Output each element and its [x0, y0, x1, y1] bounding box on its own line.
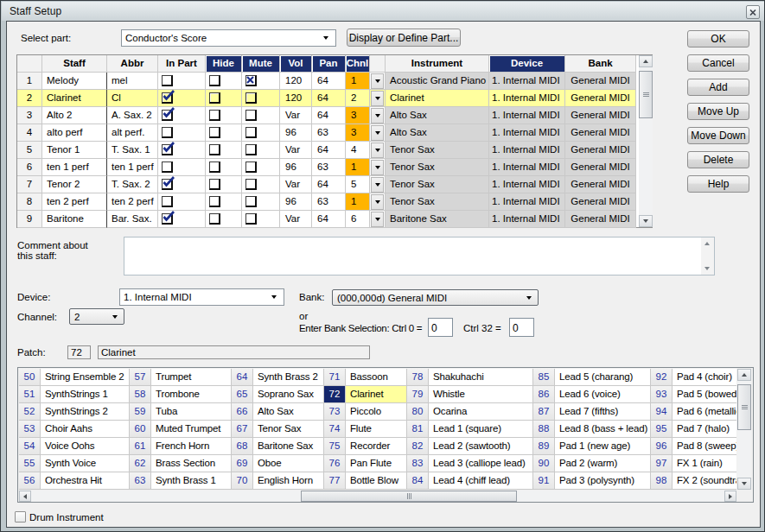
abbr-cell[interactable]: Bar. Sax.: [107, 211, 158, 228]
staff-row[interactable]: 3Alto 2A. Sax. 2Var643Alto Sax1. Interna…: [17, 107, 636, 124]
patch-name-cell[interactable]: Orchestra Hit: [41, 472, 130, 490]
in-part-checkbox[interactable]: [162, 92, 173, 104]
patch-name-cell[interactable]: English Horn: [253, 472, 324, 490]
staff-cell[interactable]: Alto 2: [42, 107, 107, 124]
mute-cell[interactable]: [242, 159, 280, 176]
patch-name-cell[interactable]: Synth Voice: [41, 455, 130, 472]
patch-number-cell[interactable]: 96: [651, 438, 673, 455]
move-up-button[interactable]: Move Up: [687, 103, 749, 120]
pan-cell[interactable]: 64: [312, 211, 346, 228]
patch-name-cell[interactable]: Oboe: [253, 455, 324, 472]
patch-name-cell[interactable]: Choir Aahs: [41, 421, 130, 438]
chnl-cell[interactable]: 3: [346, 107, 370, 124]
abbr-cell[interactable]: ten 2 perf: [107, 193, 158, 211]
channel-dropdown-button[interactable]: [371, 91, 384, 106]
patch-number-cell[interactable]: 75: [324, 438, 346, 455]
patch-number-cell[interactable]: 95: [651, 421, 673, 438]
hide-cell[interactable]: [206, 159, 242, 176]
mute-cell[interactable]: [242, 73, 280, 90]
hide-checkbox[interactable]: [209, 162, 220, 173]
vol-cell[interactable]: Var: [280, 176, 312, 193]
vol-cell[interactable]: Var: [280, 142, 312, 159]
vol-cell[interactable]: 120: [280, 90, 312, 107]
scrollbar-thumb[interactable]: [301, 491, 517, 502]
patch-name-cell[interactable]: Piccolo: [346, 403, 407, 421]
channel-dropdown-button[interactable]: [371, 160, 384, 175]
abbr-cell[interactable]: mel: [107, 73, 158, 90]
patch-name-cell[interactable]: String Ensemble 2: [41, 369, 130, 386]
patch-name-cell[interactable]: FX 2 (soundtrack): [673, 472, 736, 490]
bank-combobox[interactable]: (000,000d) General MIDI: [332, 289, 539, 306]
pan-cell[interactable]: 64: [312, 90, 346, 107]
patch-name-cell[interactable]: FX 1 (rain): [673, 455, 736, 472]
in-part-checkbox[interactable]: [162, 110, 173, 121]
column-header-hide[interactable]: Hide: [206, 55, 242, 73]
patch-name-cell[interactable]: Voice Oohs: [41, 438, 130, 455]
hide-cell[interactable]: [206, 107, 242, 124]
ctrl32-input[interactable]: [509, 318, 534, 337]
column-header-pan[interactable]: Pan: [312, 55, 346, 73]
pan-cell[interactable]: 63: [312, 159, 346, 176]
vol-cell[interactable]: 96: [280, 193, 312, 211]
patch-name-cell[interactable]: Clarinet: [346, 386, 407, 403]
comment-scrollbar[interactable]: [701, 238, 714, 275]
patch-number-cell[interactable]: 91: [533, 472, 555, 490]
patch-name-cell[interactable]: Lead 3 (calliope lead): [429, 455, 533, 472]
patch-number-cell[interactable]: 73: [324, 403, 346, 421]
abbr-cell[interactable]: T. Sax. 1: [107, 142, 158, 159]
hide-cell[interactable]: [206, 193, 242, 211]
pan-cell[interactable]: 63: [312, 193, 346, 211]
staff-cell[interactable]: Melody: [42, 73, 107, 90]
patch-number-cell[interactable]: 89: [533, 438, 555, 455]
mute-cell[interactable]: [242, 90, 280, 107]
patch-grid-vertical-scrollbar[interactable]: [737, 369, 751, 490]
hide-checkbox[interactable]: [209, 75, 220, 86]
patch-number-cell[interactable]: 70: [232, 472, 253, 490]
patch-number-cell[interactable]: 82: [407, 438, 429, 455]
pan-cell[interactable]: 64: [312, 73, 346, 90]
hide-checkbox[interactable]: [209, 127, 220, 138]
patch-number-cell[interactable]: 90: [533, 455, 555, 472]
device-combobox[interactable]: 1. Internal MIDI: [119, 288, 284, 306]
patch-name-cell[interactable]: Brass Section: [151, 455, 232, 472]
patch-number-cell[interactable]: 61: [130, 438, 151, 455]
patch-name-cell[interactable]: Synth Brass 1: [151, 472, 232, 490]
scroll-up-button[interactable]: [737, 369, 751, 381]
patch-number-cell[interactable]: 67: [232, 421, 253, 438]
patch-name-cell[interactable]: Pad 1 (new age): [555, 438, 651, 455]
patch-name-cell[interactable]: Tuba: [151, 403, 232, 421]
mute-cell[interactable]: [242, 176, 280, 193]
patch-name-cell[interactable]: Lead 2 (sawtooth): [429, 438, 533, 455]
patch-name-cell[interactable]: Lead 6 (voice): [555, 386, 651, 403]
patch-number-cell[interactable]: 79: [407, 386, 429, 403]
patch-number-cell[interactable]: 83: [407, 455, 429, 472]
patch-number-cell[interactable]: 72: [324, 386, 346, 403]
help-button[interactable]: Help: [687, 175, 749, 193]
channel-dropdown-button[interactable]: [371, 108, 384, 124]
patch-number-cell[interactable]: 88: [533, 421, 555, 438]
abbr-cell[interactable]: ten 1 perf: [107, 159, 158, 176]
mute-checkbox[interactable]: [245, 162, 257, 173]
patch-number-cell[interactable]: 98: [651, 472, 673, 490]
column-header-blank[interactable]: [17, 55, 42, 73]
mute-cell[interactable]: [242, 142, 280, 159]
chnl-cell[interactable]: 1: [346, 73, 370, 90]
hide-checkbox[interactable]: [209, 92, 220, 104]
drum-instrument-checkbox[interactable]: [15, 511, 26, 522]
staff-row[interactable]: 5Tenor 1T. Sax. 1Var644Tenor Sax1. Inter…: [17, 142, 636, 159]
hide-cell[interactable]: [206, 73, 242, 90]
in-part-cell[interactable]: [158, 193, 206, 211]
mute-cell[interactable]: [242, 124, 280, 142]
chnl-cell[interactable]: 1: [346, 159, 370, 176]
column-header-vol[interactable]: Vol: [280, 55, 312, 73]
staff-cell[interactable]: Baritone: [42, 211, 107, 228]
mute-cell[interactable]: [242, 193, 280, 211]
patch-number-cell[interactable]: 62: [130, 455, 151, 472]
patch-name-cell[interactable]: Pad 7 (halo): [673, 421, 736, 438]
pan-cell[interactable]: 64: [312, 142, 346, 159]
patch-number-cell[interactable]: 92: [651, 369, 673, 386]
patch-name-cell[interactable]: SynthStrings 1: [41, 386, 130, 403]
hide-checkbox[interactable]: [209, 196, 220, 207]
patch-number-cell[interactable]: 71: [324, 369, 346, 386]
staff-cell[interactable]: alto perf: [42, 124, 107, 142]
